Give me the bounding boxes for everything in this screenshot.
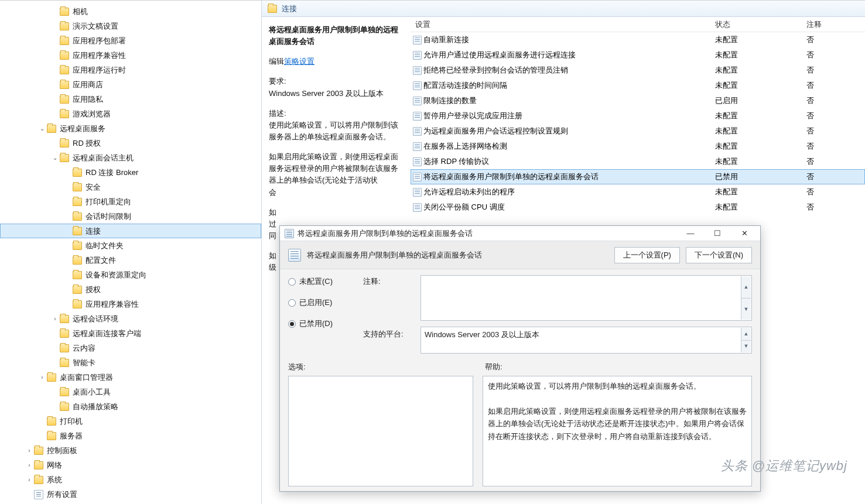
- settings-row[interactable]: 暂停用户登录以完成应用注册未配置否: [411, 108, 865, 124]
- cell-setting: 将远程桌面服务用户限制到单独的远程桌面服务会话: [423, 172, 715, 182]
- tree-item[interactable]: 设备和资源重定向: [0, 268, 261, 282]
- scroll-down-icon[interactable]: ▼: [741, 299, 751, 320]
- tree-item[interactable]: 配置文件: [0, 253, 261, 268]
- dialog-titlebar[interactable]: 将远程桌面服务用户限制到单独的远程桌面服务会话 — ☐ ✕: [280, 226, 760, 241]
- folder-icon: [73, 286, 82, 294]
- folder-icon: [47, 417, 56, 426]
- tree-item[interactable]: 应用程序包部署: [0, 33, 261, 48]
- tree-item[interactable]: 游戏浏览器: [0, 107, 261, 121]
- policy-settings-link[interactable]: 策略设置: [284, 57, 314, 66]
- tree-item[interactable]: 会话时间限制: [0, 209, 261, 224]
- settings-row[interactable]: 拒绝将已经登录到控制台会话的管理员注销未配置否: [411, 63, 865, 78]
- tree-item[interactable]: 桌面小工具: [0, 385, 261, 399]
- radio-not-configured[interactable]: 未配置(C): [288, 276, 358, 287]
- chevron-right-icon[interactable]: ›: [26, 462, 33, 469]
- chevron-right-icon[interactable]: ›: [26, 476, 33, 484]
- tree-item[interactable]: 应用程序运行时: [0, 63, 261, 77]
- cell-state: 已禁用: [715, 172, 806, 182]
- tree-item[interactable]: 演示文稿设置: [0, 19, 261, 33]
- tree-item[interactable]: 应用程序兼容性: [0, 297, 261, 311]
- tree-item[interactable]: ⌄远程桌面会话主机: [0, 150, 261, 165]
- folder-icon: [60, 359, 69, 367]
- tree-item[interactable]: 云内容: [0, 341, 261, 355]
- folder-icon: [60, 95, 69, 104]
- folder-icon: [60, 315, 69, 323]
- panel-header-title: 连接: [282, 4, 297, 14]
- settings-row[interactable]: 自动重新连接未配置否: [411, 32, 865, 47]
- previous-setting-button[interactable]: 上一个设置(P): [614, 247, 680, 263]
- tree-item[interactable]: RD 连接 Broker: [0, 165, 261, 180]
- tree-item[interactable]: ›网络: [0, 458, 261, 472]
- scroll-up-icon[interactable]: ▲: [741, 276, 751, 299]
- cell-state: 未配置: [715, 141, 806, 152]
- tree-item[interactable]: 应用隐私: [0, 92, 261, 107]
- tree-item[interactable]: 临时文件夹: [0, 238, 261, 253]
- column-header-note[interactable]: 注释: [806, 19, 865, 30]
- folder-icon: [60, 52, 69, 60]
- column-header-setting[interactable]: 设置: [411, 19, 715, 30]
- tree-item[interactable]: 相机: [0, 4, 261, 19]
- note-label: 注释:: [363, 275, 416, 287]
- tree-item[interactable]: ›远程会话环境: [0, 311, 261, 326]
- tree-item[interactable]: 自动播放策略: [0, 399, 261, 414]
- chevron-right-icon[interactable]: ›: [26, 447, 33, 454]
- setting-icon: [413, 203, 422, 212]
- tree-item[interactable]: 远程桌面连接客户端: [0, 326, 261, 341]
- twisty-spacer: [52, 23, 59, 30]
- settings-row[interactable]: 将远程桌面服务用户限制到单独的远程桌面服务会话已禁用否: [411, 169, 865, 184]
- close-button[interactable]: ✕: [731, 227, 758, 240]
- settings-row[interactable]: 为远程桌面服务用户会话远程控制设置规则未配置否: [411, 124, 865, 139]
- tree-item[interactable]: 授权: [0, 282, 261, 297]
- tree-item[interactable]: 智能卡: [0, 355, 261, 370]
- edit-label: 编辑: [269, 57, 284, 66]
- folder-icon: [73, 227, 82, 235]
- tree-item[interactable]: ⌄远程桌面服务: [0, 121, 261, 136]
- settings-row[interactable]: 配置活动连接的时间间隔未配置否: [411, 78, 865, 93]
- settings-row[interactable]: 关闭公平份额 CPU 调度未配置否: [411, 200, 865, 215]
- setting-icon: [413, 157, 422, 166]
- maximize-button[interactable]: ☐: [704, 227, 731, 240]
- scroll-down-icon[interactable]: ▼: [741, 341, 751, 353]
- radio-disabled[interactable]: 已禁用(D): [288, 318, 358, 329]
- tree-item[interactable]: 连接: [0, 224, 261, 238]
- tree-item-label: 会话时间限制: [86, 211, 131, 222]
- tree-item[interactable]: 打印机重定向: [0, 194, 261, 209]
- tree-item[interactable]: 应用程序兼容性: [0, 48, 261, 63]
- scroll-up-icon[interactable]: ▲: [741, 328, 751, 341]
- tree-item[interactable]: 服务器: [0, 428, 261, 443]
- cell-setting: 在服务器上选择网络检测: [423, 141, 715, 152]
- description-p2: 如果启用此策略设置，则使用远程桌面服务远程登录的用户将被限制在该服务器上的单独会…: [269, 151, 404, 186]
- tree-item[interactable]: 所有设置: [0, 487, 261, 502]
- minimize-button[interactable]: —: [677, 227, 704, 240]
- tree-item[interactable]: ›系统: [0, 472, 261, 487]
- tree-item[interactable]: 打印机: [0, 414, 261, 428]
- help-p2: 如果启用此策略设置，则使用远程桌面服务远程登录的用户将被限制在该服务器上的单独会…: [488, 405, 747, 443]
- options-box[interactable]: [288, 376, 473, 486]
- settings-row[interactable]: 允许远程启动未列出的程序未配置否: [411, 184, 865, 200]
- policy-dialog: 将远程桌面服务用户限制到单独的远程桌面服务会话 — ☐ ✕ 将远程桌面服务用户限…: [279, 225, 761, 492]
- tree-item[interactable]: ›桌面窗口管理器: [0, 370, 261, 385]
- radio-enabled[interactable]: 已启用(E): [288, 297, 358, 308]
- settings-row[interactable]: 限制连接的数量已启用否: [411, 93, 865, 108]
- description-label: 描述:: [269, 108, 404, 119]
- help-box: 使用此策略设置，可以将用户限制到单独的远程桌面服务会话。 如果启用此策略设置，则…: [483, 376, 752, 486]
- tree-item[interactable]: 安全: [0, 180, 261, 194]
- tree-item[interactable]: RD 授权: [0, 136, 261, 150]
- chevron-down-icon[interactable]: ⌄: [39, 125, 46, 132]
- cell-setting: 拒绝将已经登录到控制台会话的管理员注销: [423, 65, 715, 76]
- chevron-right-icon[interactable]: ›: [52, 316, 59, 323]
- chevron-down-icon[interactable]: ⌄: [52, 155, 59, 162]
- settings-row[interactable]: 允许用户通过使用远程桌面服务进行远程连接未配置否: [411, 47, 865, 63]
- column-header-state[interactable]: 状态: [715, 19, 806, 30]
- settings-row[interactable]: 在服务器上选择网络检测未配置否: [411, 139, 865, 154]
- tree-panel[interactable]: 相机演示文稿设置应用程序包部署应用程序兼容性应用程序运行时应用商店应用隐私游戏浏…: [0, 1, 262, 504]
- next-setting-button[interactable]: 下一个设置(N): [686, 247, 752, 263]
- tree-item[interactable]: ›控制面板: [0, 443, 261, 458]
- requirements-label: 要求:: [269, 76, 404, 87]
- chevron-right-icon[interactable]: ›: [39, 374, 46, 381]
- description-truncated: 如: [269, 207, 404, 218]
- tree-item[interactable]: 应用商店: [0, 77, 261, 92]
- note-textarea[interactable]: ▲▼: [420, 275, 752, 321]
- settings-row[interactable]: 选择 RDP 传输协议未配置否: [411, 154, 865, 169]
- cell-setting: 限制连接的数量: [423, 95, 715, 106]
